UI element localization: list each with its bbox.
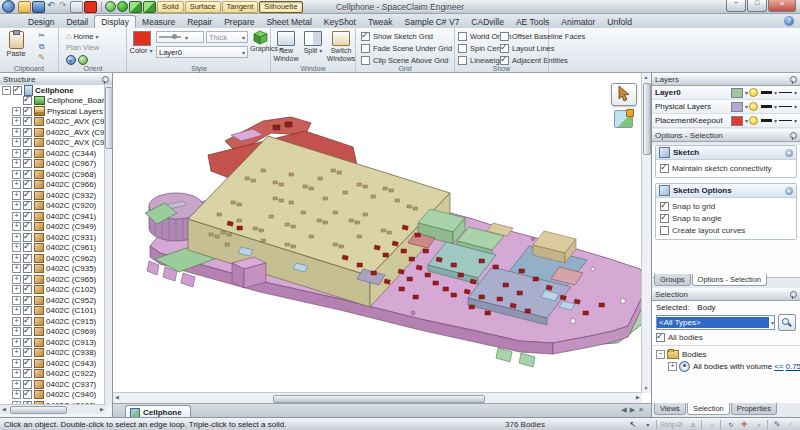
tree-item-0402c-c937[interactable]: 0402C (C937) (0, 379, 106, 390)
plan-view-button[interactable]: Plan View (66, 43, 99, 52)
stop-button[interactable]: Stop (659, 419, 685, 430)
checkbox-offset-baseline-faces[interactable]: Offset Baseline Faces (500, 30, 585, 42)
pointer-options-dropdown[interactable] (640, 419, 654, 430)
tab-display[interactable]: Display (94, 15, 136, 28)
tree-item-0402c-avx-c919[interactable]: 0402C_AVX (C919) (0, 117, 106, 128)
render-dot-icon[interactable] (117, 1, 128, 12)
expand-icon[interactable] (12, 201, 21, 210)
pin-icon[interactable] (790, 132, 797, 139)
tab-ae-tools[interactable]: AE Tools (510, 16, 555, 28)
render-cube-alt-icon[interactable] (143, 1, 156, 13)
checkbox-create-layout-curves[interactable]: Create layout curves (660, 224, 792, 236)
tree-item-0402c-c932[interactable]: 0402C (C932) (0, 190, 106, 201)
section-mode-icon[interactable] (784, 419, 798, 430)
close-group-icon[interactable] (785, 149, 793, 157)
expand-icon[interactable] (12, 159, 21, 168)
layer-color-swatch[interactable] (731, 88, 743, 98)
model-3d-view[interactable] (113, 73, 642, 393)
spin-view-icon[interactable] (66, 55, 76, 65)
tab-prepare[interactable]: Prepare (218, 16, 260, 28)
expand-icon[interactable] (12, 285, 21, 294)
expand-icon[interactable] (12, 180, 21, 189)
tree-item-0402c-avx-c918[interactable]: 0402C_AVX (C918) (0, 138, 106, 149)
expand-icon[interactable] (12, 369, 21, 378)
expand-icon[interactable] (12, 390, 21, 399)
checkbox-snap-to-grid[interactable]: Snap to grid (660, 200, 792, 212)
tab-measure[interactable]: Measure (136, 16, 181, 28)
visibility-checkbox[interactable] (13, 86, 22, 95)
expand-icon[interactable] (12, 264, 21, 273)
expand-icon[interactable] (12, 117, 21, 126)
tree-item-0402c-c966[interactable]: 0402C (C966) (0, 180, 106, 191)
color-dropdown[interactable]: Color (128, 46, 154, 55)
minimize-button[interactable] (726, 0, 746, 12)
cut-icon[interactable] (36, 31, 47, 41)
collapse-icon[interactable] (656, 350, 665, 359)
tab-cadville[interactable]: CADville (465, 16, 510, 28)
tree-item-0402c-c968[interactable]: 0402C (C968) (0, 169, 106, 180)
line-thickness-dropdown[interactable]: Thick (206, 31, 248, 43)
keypad-tab[interactable] (519, 353, 535, 367)
window-layout-icon[interactable] (70, 1, 83, 13)
layer-dropdown[interactable]: Layer0 (156, 46, 248, 58)
expand-icon[interactable] (12, 348, 21, 357)
expand-icon[interactable] (12, 306, 21, 315)
tab-sample-c-v7[interactable]: Sample C# V7 (399, 16, 466, 28)
tree-item-0402c-c961[interactable]: 0402C (C961) (0, 243, 106, 254)
tab-detail[interactable]: Detail (60, 16, 94, 28)
tree-item-0402c-c931[interactable]: 0402C (C931) (0, 232, 106, 243)
maximize-button[interactable] (747, 0, 767, 12)
tab-sheet-metal[interactable]: Sheet Metal (260, 16, 317, 28)
expand-icon[interactable] (12, 222, 21, 231)
split-window-button[interactable]: Split (298, 31, 328, 55)
bodies-tree-volume-item[interactable]: All bodies with volume <= 0.753mm³ (656, 360, 796, 372)
line-weight-dropdown[interactable] (156, 31, 204, 43)
expand-icon[interactable] (12, 191, 21, 200)
mode-button-silhouette[interactable]: Silhouette (259, 1, 302, 13)
tree-item-0402c-c922[interactable]: 0402C (C922) (0, 369, 106, 380)
mode-button-surface[interactable]: Surface (185, 1, 221, 13)
volume-operator-link[interactable]: <= (774, 362, 783, 371)
expand-icon[interactable] (668, 362, 677, 371)
redo-icon[interactable] (58, 2, 69, 12)
tab-groups[interactable]: Groups (654, 274, 691, 286)
appearance-tool-icon[interactable] (614, 110, 633, 128)
expand-icon[interactable] (12, 338, 21, 347)
tab-design[interactable]: Design (22, 16, 60, 28)
checkbox-maintain-sketch-connectivity[interactable]: Maintain sketch connectivity (660, 162, 792, 174)
tree-item-0402c-c967[interactable]: 0402C (C967) (0, 159, 106, 170)
layer-visibility-bulb-icon[interactable] (749, 88, 758, 97)
expand-icon[interactable] (12, 128, 21, 137)
save-icon[interactable] (32, 1, 45, 13)
keypad-tab[interactable] (496, 348, 512, 362)
new-window-button[interactable]: New Window (271, 31, 301, 62)
pin-icon[interactable] (790, 291, 797, 298)
tree-item-0402c-c962[interactable]: 0402C (C962) (0, 253, 106, 264)
tree-item-0402c-c941[interactable]: 0402C (C941) (0, 211, 106, 222)
pin-icon[interactable] (790, 76, 797, 83)
tab-animator[interactable]: Animator (555, 16, 601, 28)
canvas-horizontal-scrollbar[interactable]: ◀ ▶ (113, 392, 642, 403)
tab-repair[interactable]: Repair (181, 16, 218, 28)
checkbox-snap-to-angle[interactable]: Snap to angle (660, 212, 792, 224)
selection-type-combo[interactable]: <All Types> (656, 315, 775, 330)
tree-item-0402c-c344[interactable]: 0402C (C344) (0, 148, 106, 159)
layer-row-layer0[interactable]: Layer0 (652, 86, 800, 100)
expand-icon[interactable] (12, 233, 21, 242)
tab-properties[interactable]: Properties (731, 403, 777, 415)
close-button[interactable] (768, 0, 796, 12)
close-group-icon[interactable] (785, 187, 793, 195)
warning-icon[interactable] (685, 419, 699, 430)
snap-view-icon[interactable] (78, 55, 88, 65)
color-swatch-icon[interactable] (84, 1, 97, 13)
tab-keyshot[interactable]: KeyShot (318, 16, 362, 28)
mode-button-solid[interactable]: Solid (157, 1, 184, 13)
switch-windows-button[interactable]: Switch Windows (326, 31, 356, 62)
layer-visibility-bulb-icon[interactable] (749, 116, 758, 125)
home-view-button[interactable]: Home (66, 31, 98, 41)
tree-item-0402c-c943[interactable]: 0402C (C943) (0, 358, 106, 369)
tree-item-0402c-c920[interactable]: 0402C (C920) (0, 201, 106, 212)
tree-item-0402c-avx-c917[interactable]: 0402C_AVX (C917) (0, 127, 106, 138)
help-icon[interactable] (784, 16, 794, 26)
expand-icon[interactable] (12, 212, 21, 221)
